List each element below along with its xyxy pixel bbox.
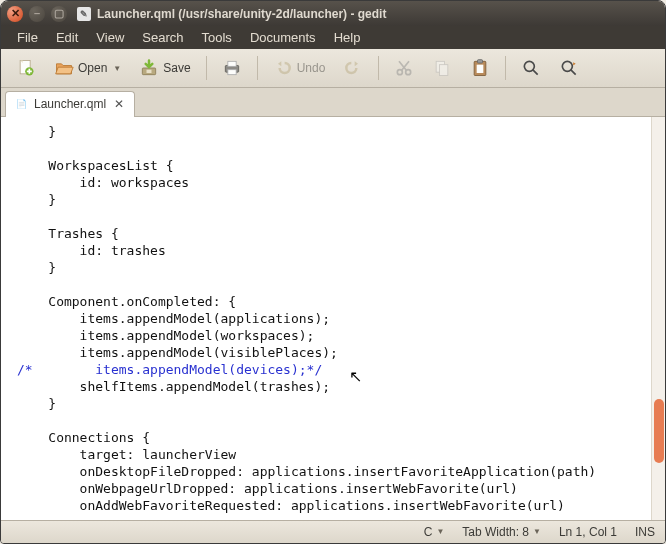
vertical-scrollbar[interactable] (651, 117, 665, 520)
statusbar: C▼ Tab Width: 8▼ Ln 1, Col 1 INS (1, 520, 665, 543)
status-insert-mode: INS (635, 525, 655, 539)
printer-icon (222, 58, 242, 78)
folder-open-icon (54, 58, 74, 78)
window-minimize-button[interactable]: – (29, 6, 45, 22)
status-position: Ln 1, Col 1 (559, 525, 617, 539)
search-replace-icon (559, 58, 579, 78)
status-language[interactable]: C▼ (424, 525, 445, 539)
redo-button[interactable] (336, 54, 370, 82)
undo-label: Undo (297, 61, 326, 75)
menu-file[interactable]: File (9, 28, 46, 47)
save-label: Save (163, 61, 190, 75)
document-icon: 📄 (14, 97, 28, 111)
svg-rect-10 (440, 65, 448, 76)
toolbar-separator (378, 56, 379, 80)
clipboard-icon (470, 58, 490, 78)
menu-view[interactable]: View (88, 28, 132, 47)
scrollbar-thumb[interactable] (654, 399, 664, 463)
svg-rect-3 (147, 70, 152, 73)
menu-documents[interactable]: Documents (242, 28, 324, 47)
svg-rect-5 (227, 61, 235, 66)
print-button[interactable] (215, 54, 249, 82)
menu-search[interactable]: Search (134, 28, 191, 47)
app-icon: ✎ (77, 7, 91, 21)
open-button[interactable]: Open ▼ (47, 54, 128, 82)
editor-area: } WorkspacesList { id: workspaces } Tras… (1, 117, 665, 520)
code-editor[interactable]: } WorkspacesList { id: workspaces } Tras… (1, 117, 651, 520)
gedit-window: ✕ – ▢ ✎ Launcher.qml (/usr/share/unity-2… (0, 0, 666, 544)
new-doc-icon (16, 58, 36, 78)
toolbar-separator (206, 56, 207, 80)
titlebar: ✕ – ▢ ✎ Launcher.qml (/usr/share/unity-2… (1, 1, 665, 26)
window-controls: ✕ – ▢ (7, 6, 67, 22)
window-close-button[interactable]: ✕ (7, 6, 23, 22)
chevron-down-icon: ▼ (113, 64, 121, 73)
window-maximize-button[interactable]: ▢ (51, 6, 67, 22)
svg-rect-13 (477, 65, 484, 73)
cut-button[interactable] (387, 54, 421, 82)
open-label: Open (78, 61, 107, 75)
menu-tools[interactable]: Tools (194, 28, 240, 47)
mouse-cursor: ↖ (349, 367, 362, 386)
tab-label: Launcher.qml (34, 97, 106, 111)
menubar: File Edit View Search Tools Documents He… (1, 26, 665, 49)
scissors-icon (394, 58, 414, 78)
undo-button[interactable]: Undo (266, 54, 333, 82)
tab-close-button[interactable]: ✕ (112, 97, 126, 111)
save-icon (139, 58, 159, 78)
copy-button[interactable] (425, 54, 459, 82)
menu-help[interactable]: Help (326, 28, 369, 47)
find-button[interactable] (514, 54, 548, 82)
new-document-button[interactable] (9, 54, 43, 82)
tab-launcher-qml[interactable]: 📄 Launcher.qml ✕ (5, 91, 135, 117)
toolbar-separator (257, 56, 258, 80)
find-replace-button[interactable] (552, 54, 586, 82)
copy-icon (432, 58, 452, 78)
undo-icon (273, 58, 293, 78)
tab-bar: 📄 Launcher.qml ✕ (1, 88, 665, 117)
toolbar-separator (505, 56, 506, 80)
status-tabwidth[interactable]: Tab Width: 8▼ (462, 525, 541, 539)
toolbar: Open ▼ Save Undo (1, 49, 665, 88)
search-icon (521, 58, 541, 78)
window-title: Launcher.qml (/usr/share/unity-2d/launch… (97, 7, 386, 21)
svg-rect-12 (478, 60, 483, 63)
save-button[interactable]: Save (132, 54, 197, 82)
svg-rect-6 (227, 70, 235, 75)
menu-edit[interactable]: Edit (48, 28, 86, 47)
paste-button[interactable] (463, 54, 497, 82)
redo-icon (343, 58, 363, 78)
